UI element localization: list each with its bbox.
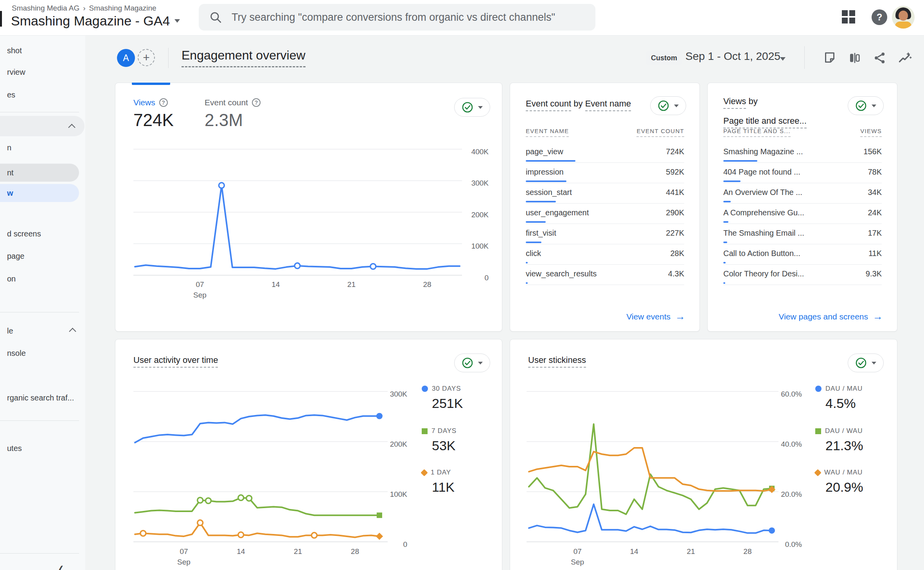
sidebar-section-header[interactable]: le [0, 326, 85, 336]
breadcrumb-property[interactable]: Smashing Magazine [89, 4, 156, 13]
row-name: impression [526, 168, 564, 177]
row-value: 28K [670, 249, 684, 258]
svg-text:100K: 100K [390, 490, 408, 498]
row-value: 592K [666, 168, 684, 177]
add-report-button[interactable]: + [138, 49, 155, 66]
view-events-link[interactable]: View events→ [626, 310, 685, 323]
views-by-page-card: Views by Page title and scree... PAGE TI… [707, 83, 897, 332]
svg-text:100K: 100K [471, 242, 489, 250]
row-name: Call to Action Button... [723, 249, 800, 258]
row-value: 17K [868, 229, 882, 238]
help-icon[interactable]: ? [872, 9, 887, 25]
column-header-event-name[interactable]: EVENT NAME [526, 128, 569, 137]
row-value: 24K [868, 208, 882, 217]
sidebar-nav: shotrviewesnntwd screenspageonlensolerga… [0, 35, 85, 570]
legend-entry: 30 DAYS251K [422, 385, 463, 411]
svg-text:20.0%: 20.0% [781, 490, 802, 498]
svg-text:60.0%: 60.0% [781, 390, 802, 398]
legend-diamond-icon [421, 469, 428, 476]
legend-square-icon [422, 428, 428, 434]
row-bar [526, 221, 546, 223]
column-header-page-title[interactable]: PAGE TITLE AND S... [723, 128, 791, 137]
avatar[interactable] [892, 6, 915, 29]
arrow-right-icon: → [873, 310, 883, 323]
date-range-chevron-icon[interactable] [780, 57, 786, 61]
legend-value: 53K [432, 438, 457, 453]
row-name: user_engagement [526, 208, 589, 217]
legend-diamond-icon [814, 469, 821, 476]
sidebar-item[interactable]: nt [0, 164, 79, 182]
legend-label: WAU / MAU [824, 469, 863, 476]
table-row: Call to Action Button...11K [723, 244, 882, 265]
row-bar [526, 180, 566, 182]
breadcrumb-account[interactable]: Smashing Media AG [12, 4, 79, 13]
row-name: page_view [526, 147, 563, 156]
date-range-value[interactable]: Sep 1 - Oct 1, 2025 [685, 50, 780, 63]
divider [168, 48, 169, 68]
comparison-button[interactable] [847, 50, 863, 66]
share-icon[interactable] [872, 50, 888, 66]
legend-entry: DAU / MAU4.5% [815, 385, 863, 411]
event-count-table-card: Event count by Event name EVENT NAME EVE… [510, 83, 700, 332]
table-row: Smashing Magazine ...156K [723, 142, 882, 163]
property-selector[interactable]: Smashing Magazine - GA4 [11, 13, 180, 29]
row-name: view_search_results [526, 269, 597, 278]
check-circle-icon [658, 100, 669, 112]
legend-entry: 7 DAYS53K [422, 427, 457, 453]
column-header-event-count[interactable]: EVENT COUNT [636, 128, 684, 137]
data-quality-button[interactable] [848, 96, 884, 115]
row-name: A Comprehensive Gu... [723, 208, 804, 217]
sidebar-item[interactable]: shot [0, 46, 85, 55]
row-bar [723, 282, 725, 284]
legend-entry: DAU / WAU21.3% [815, 427, 863, 453]
column-header-views[interactable]: VIEWS [860, 128, 882, 137]
legend-label: DAU / WAU [825, 427, 863, 435]
svg-text:Sep: Sep [177, 558, 191, 566]
sidebar-section-header[interactable] [0, 116, 84, 136]
table-row: view_search_results4.3K [526, 265, 684, 285]
sidebar-item[interactable]: es [0, 90, 85, 99]
sidebar-divider [0, 553, 79, 554]
search-bar[interactable] [199, 4, 595, 31]
card-title: Event count by Event name [526, 99, 631, 109]
table-row: user_engagement290K [526, 204, 684, 224]
sidebar-item[interactable]: nsole [0, 349, 85, 358]
row-value: 4.3K [668, 269, 684, 278]
user-stickiness-legend: DAU / MAU4.5%DAU / WAU21.3%WAU / MAU20.9… [815, 339, 893, 570]
report-owner-avatar[interactable]: A [117, 49, 135, 67]
notes-button[interactable] [822, 50, 838, 66]
svg-text:300K: 300K [471, 179, 489, 187]
svg-text:0: 0 [484, 274, 489, 282]
sidebar-item[interactable]: d screens [0, 229, 85, 238]
apps-grid-icon[interactable] [842, 10, 855, 23]
table-row: click28K [526, 244, 684, 265]
sidebar-item[interactable]: page [0, 252, 85, 261]
report-title[interactable]: Engagement overview [182, 48, 306, 67]
table-row: 404 Page not found ...78K [723, 163, 882, 183]
sidebar-item[interactable]: rganic search traf... [0, 393, 85, 402]
legend-value: 4.5% [825, 396, 863, 411]
avatar-shirt [895, 22, 911, 29]
data-quality-button[interactable] [650, 96, 686, 115]
sidebar-item[interactable]: w [0, 184, 79, 202]
table-row: first_visit227K [526, 224, 684, 244]
svg-text:400K: 400K [471, 148, 489, 156]
svg-text:40.0%: 40.0% [781, 440, 802, 448]
svg-text:Sep: Sep [571, 558, 584, 566]
sidebar-item[interactable]: on [0, 274, 85, 283]
row-value: 78K [868, 168, 882, 177]
row-bar [723, 160, 757, 162]
sidebar-divider [0, 112, 79, 112]
views-event-count-card: Views ? 724K Event count ? 2.3M 400K300K… [115, 83, 502, 332]
sidebar-item[interactable]: rview [0, 68, 85, 77]
svg-text:200K: 200K [471, 211, 489, 219]
view-pages-link[interactable]: View pages and screens→ [779, 310, 883, 323]
insights-icon[interactable] [897, 50, 913, 66]
breadcrumb-separator-icon: › [83, 4, 85, 13]
sidebar-item[interactable]: n [0, 143, 85, 152]
search-input[interactable] [231, 11, 584, 24]
table-row: impression592K [526, 163, 684, 183]
svg-text:14: 14 [630, 547, 639, 556]
row-name: The Smashing Email ... [723, 229, 804, 238]
sidebar-item[interactable]: utes [0, 444, 85, 453]
